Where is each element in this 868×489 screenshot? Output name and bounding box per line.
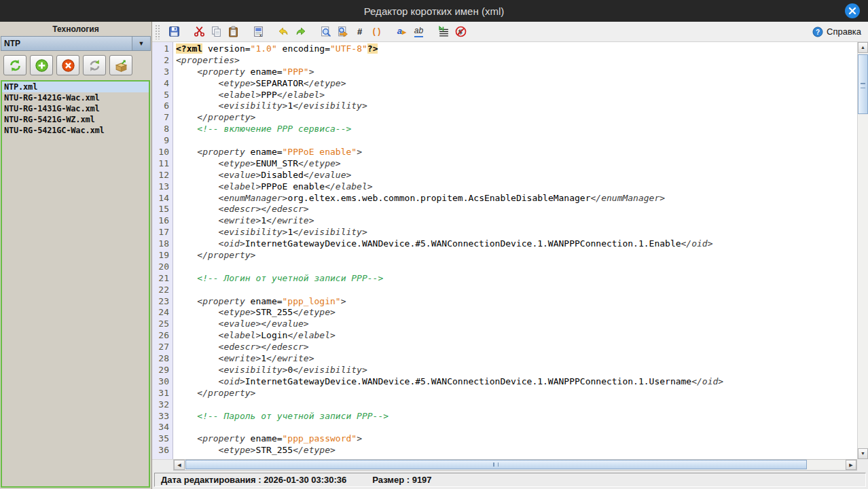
line-number: 27 — [152, 342, 173, 353]
code-line: <!-- Пароль от учетной записи PPP--> — [176, 411, 857, 422]
code-line: <properties> — [176, 55, 857, 67]
code-line: <edescr></edescr> — [176, 342, 857, 353]
close-button[interactable] — [844, 2, 861, 20]
find-next-icon — [337, 26, 348, 37]
select-all-button[interactable]: x — [251, 24, 266, 40]
code-line — [176, 399, 857, 411]
export-button[interactable] — [109, 55, 132, 75]
paste-icon — [228, 26, 239, 37]
code-line: <property ename="ppp_login"> — [176, 296, 857, 308]
redo-button[interactable] — [293, 24, 308, 40]
toolbar-drag-handle[interactable] — [155, 24, 161, 39]
vertical-scroll-track[interactable] — [858, 53, 868, 448]
find-button[interactable] — [318, 24, 333, 40]
hash-button[interactable]: # — [352, 24, 367, 40]
scroll-up-icon[interactable]: ▲ — [858, 42, 868, 53]
line-number: 35 — [152, 433, 173, 445]
undo-button[interactable] — [276, 24, 291, 40]
titlebar[interactable]: Редактор коротких имен (xml) — [0, 0, 868, 22]
chevron-down-icon[interactable]: ▼ — [132, 37, 150, 50]
code-line: <ewrite>1</ewrite> — [176, 353, 857, 365]
vertical-scroll-thumb[interactable] — [858, 54, 868, 114]
status-inner: Дата редактирования : 2026-01-30 03:30:3… — [154, 473, 866, 487]
replace-ab-button[interactable]: ab — [411, 24, 427, 40]
code-line: </property> — [176, 388, 857, 399]
code-line: <elabel>PPP</elabel> — [176, 90, 857, 101]
horizontal-scrollbar[interactable]: ◀ ▶ — [173, 459, 857, 471]
replace-ab-icon: ab — [414, 26, 423, 37]
paste-button[interactable] — [225, 24, 241, 40]
help-button[interactable]: ? Справка — [812, 26, 861, 37]
line-number: 7 — [152, 112, 173, 124]
line-number: 16 — [152, 215, 173, 227]
vertical-scrollbar[interactable]: ▲ ▼ — [857, 42, 868, 459]
list-item[interactable]: NTU-RG-5421GC-Wac.xml — [2, 125, 149, 136]
cut-button[interactable] — [192, 24, 207, 40]
copy-button[interactable] — [209, 24, 224, 40]
window-title: Редактор коротких имен (xml) — [364, 5, 504, 17]
line-number: 15 — [152, 204, 173, 215]
scroll-down-icon[interactable]: ▼ — [858, 448, 868, 459]
code-line: <evisibility>1</evisibility> — [176, 227, 857, 238]
code-line: <evalue>Disabled</evalue> — [176, 170, 857, 181]
code-line: <etype>STR_255</etype> — [176, 307, 857, 319]
save-icon — [168, 26, 180, 37]
code-line: <property ename="PPP"> — [176, 67, 857, 78]
code-line: <etype>ENUM_STR</etype> — [176, 158, 857, 170]
toolbar-groups: x#( )a▶ab# — [166, 24, 478, 40]
line-number: 13 — [152, 181, 173, 193]
editor-panel: x#( )a▶ab# ? Справка 1234567891011121314… — [152, 22, 868, 489]
line-number: 34 — [152, 422, 173, 433]
line-number: 1 — [152, 43, 173, 55]
horizontal-scroll-thumb[interactable] — [185, 460, 807, 469]
scrollbar-corner — [857, 459, 868, 471]
code-line: <evalue></evalue> — [176, 319, 857, 330]
line-number: 4 — [152, 78, 173, 90]
list-item[interactable]: NTU-RG-1421G-Wac.xml — [2, 92, 149, 103]
file-list[interactable]: NTP.xmlNTU-RG-1421G-Wac.xmlNTU-RG-1431G-… — [1, 80, 150, 488]
line-number: 17 — [152, 227, 173, 238]
sync-button[interactable] — [83, 55, 106, 75]
copy-icon — [211, 26, 222, 37]
line-number: 32 — [152, 399, 173, 411]
line-numbers-button[interactable] — [436, 24, 452, 40]
list-item[interactable]: NTU-RG-5421G-WZ.xml — [2, 114, 149, 125]
technology-combobox[interactable]: NTP ▼ — [1, 36, 151, 51]
line-number: 31 — [152, 388, 173, 399]
combobox-value: NTP — [1, 37, 132, 50]
svg-text:?: ? — [816, 28, 820, 35]
status-size: Размер : 9197 — [372, 475, 431, 485]
code-line: <!-- Логин от учетной записи PPP--> — [176, 273, 857, 285]
code-area[interactable]: <?xml version="1.0" encoding="UTF-8"?><p… — [173, 42, 857, 459]
lowercase-icon: a▶ — [397, 25, 406, 38]
status-edit-date: Дата редактирования : 2026-01-30 03:30:3… — [161, 475, 346, 485]
refresh-button[interactable] — [3, 55, 26, 75]
horizontal-scroll-track[interactable] — [185, 460, 846, 470]
code-line: <!-- включение PPP сервиса--> — [176, 124, 857, 135]
refresh-icon — [8, 58, 22, 73]
toolbar-group — [276, 24, 308, 40]
redo-icon — [295, 26, 306, 37]
line-number: 19 — [152, 250, 173, 261]
lowercase-button[interactable]: a▶ — [394, 24, 410, 40]
save-button[interactable] — [166, 24, 182, 40]
line-number: 36 — [152, 445, 173, 456]
code-line: <etype>SEPARATOR</etype> — [176, 78, 857, 90]
add-button[interactable] — [30, 55, 53, 75]
code-line: <elabel>Login</elabel> — [176, 330, 857, 342]
find-icon — [320, 26, 331, 37]
list-item[interactable]: NTU-RG-1431G-Wac.xml — [2, 103, 149, 114]
find-next-button[interactable] — [335, 24, 350, 40]
hash-icon: # — [357, 26, 362, 37]
no-hash-button[interactable]: # — [453, 24, 469, 40]
parens-button[interactable]: ( ) — [369, 24, 384, 40]
main-area: Технология NTP ▼ NTP.xmlNTU-RG-1421G-Wac… — [0, 22, 868, 489]
list-item[interactable]: NTP.xml — [2, 82, 149, 92]
scroll-left-icon[interactable]: ◀ — [174, 460, 185, 470]
line-number: 14 — [152, 193, 173, 204]
delete-icon — [61, 58, 75, 73]
scroll-right-icon[interactable]: ▶ — [846, 460, 856, 470]
code-line: <evisibility>1</evisibility> — [176, 101, 857, 112]
no-hash-icon: # — [455, 26, 467, 37]
delete-button[interactable] — [56, 55, 79, 75]
